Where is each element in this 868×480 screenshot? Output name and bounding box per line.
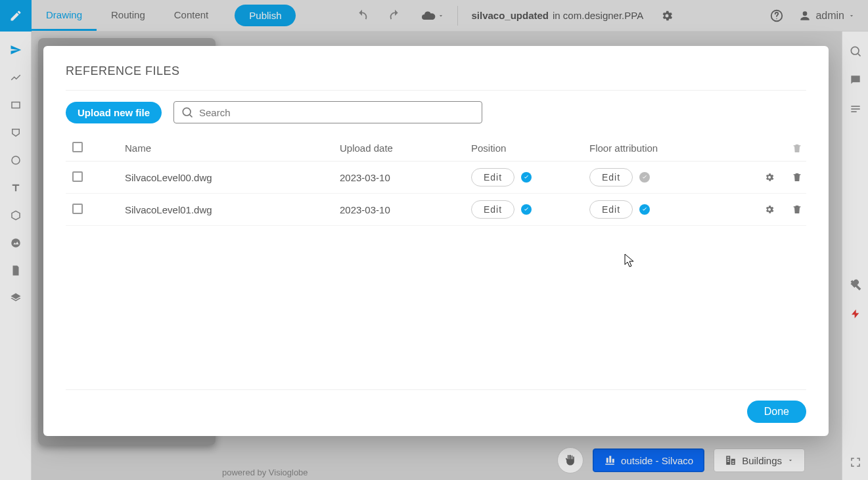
upload-button[interactable]: Upload new file (66, 102, 162, 123)
select-all-checkbox[interactable] (72, 142, 83, 152)
check-icon (521, 204, 532, 215)
col-floor: Floor attribution (589, 142, 734, 154)
search-field[interactable] (173, 101, 482, 123)
col-name: Name (125, 142, 340, 154)
row-checkbox[interactable] (72, 171, 83, 182)
cursor-glyph (624, 253, 635, 268)
row-trash-icon[interactable] (792, 172, 802, 183)
col-upload-date: Upload date (340, 142, 471, 154)
edit-floor-button[interactable]: Edit (589, 200, 633, 219)
edit-floor-button[interactable]: Edit (589, 168, 633, 186)
file-date-cell: 2023-03-10 (340, 172, 471, 183)
row-checkbox[interactable] (72, 204, 83, 214)
edit-position-button[interactable]: Edit (471, 168, 514, 186)
file-name-cell: SilvacoLevel00.dwg (125, 172, 340, 183)
table-header: Name Upload date Position Floor attribut… (66, 135, 806, 162)
search-icon (181, 106, 194, 119)
row-trash-icon[interactable] (792, 204, 802, 215)
file-date-cell: 2023-03-10 (340, 204, 471, 215)
done-button[interactable]: Done (747, 401, 806, 423)
check-icon (521, 172, 532, 183)
check-icon (639, 172, 650, 183)
modal-title: REFERENCE FILES (66, 64, 806, 78)
table-row: SilvacoLevel00.dwg 2023-03-10 Edit Edit (66, 162, 806, 194)
table-row: SilvacoLevel01.dwg 2023-03-10 Edit Edit (66, 194, 806, 226)
search-input[interactable] (199, 107, 475, 118)
files-table: Name Upload date Position Floor attribut… (66, 135, 806, 389)
svg-point-11 (183, 108, 191, 116)
trash-header-icon[interactable] (792, 143, 802, 154)
svg-line-12 (190, 115, 193, 118)
check-icon (639, 204, 650, 215)
edit-position-button[interactable]: Edit (471, 200, 514, 219)
reference-files-modal: REFERENCE FILES Upload new file Name Upl… (43, 46, 829, 436)
file-name-cell: SilvacoLevel01.dwg (125, 204, 340, 215)
col-position: Position (471, 142, 589, 154)
row-gear-icon[interactable] (764, 172, 775, 183)
row-gear-icon[interactable] (764, 204, 775, 215)
